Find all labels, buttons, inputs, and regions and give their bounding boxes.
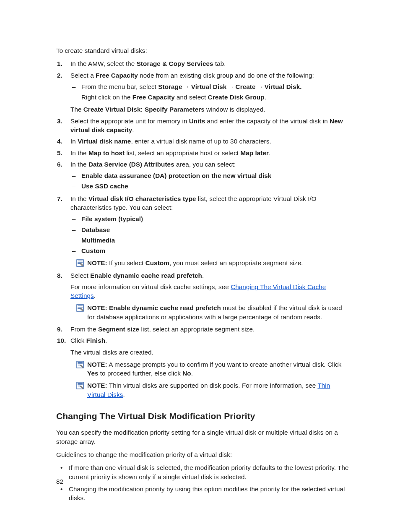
step-5: In the Map to host list, select an appro… xyxy=(69,149,350,157)
step-2-option-1: From the menu bar, select Storage→Virtua… xyxy=(80,82,350,91)
document-page: To create standard virtual disks: In the… xyxy=(0,0,400,532)
note-icon xyxy=(76,382,84,389)
step-7-option-2: Database xyxy=(80,225,350,234)
section2-p1: You can specify the modification priorit… xyxy=(56,428,350,446)
step-7-option-3: Multimedia xyxy=(80,236,350,245)
step-6-option-2: Use SSD cache xyxy=(80,182,350,190)
step-7: In the Virtual disk I/O characteristics … xyxy=(69,194,350,268)
arrow-icon: → xyxy=(226,83,235,90)
note-icon xyxy=(76,304,84,312)
step-6-option-1: Enable data assurance (DA) protection on… xyxy=(80,171,350,180)
step-1: In the AMW, select the Storage & Copy Se… xyxy=(69,59,350,68)
note-icon xyxy=(76,361,84,368)
section2-bullets: If more than one virtual disk is selecte… xyxy=(56,463,350,502)
step-7-option-4: Custom xyxy=(80,246,350,255)
step-10-line2: The virtual disks are created. xyxy=(70,348,350,357)
step-2-result: The Create Virtual Disk: Specify Paramet… xyxy=(70,105,350,114)
page-number: 82 xyxy=(56,477,63,486)
step-3: Select the appropriate unit for memory i… xyxy=(69,117,350,135)
step-9: From the Segment size list, select an ap… xyxy=(69,325,350,334)
step-10: Click Finish. The virtual disks are crea… xyxy=(69,336,350,399)
section2-p2: Guidelines to change the modification pr… xyxy=(56,450,350,459)
note-block: NOTE: Enable dynamic cache read prefetch… xyxy=(76,303,350,321)
ordered-steps: In the AMW, select the Storage & Copy Se… xyxy=(56,59,350,399)
step-7-option-1: File system (typical) xyxy=(80,214,350,223)
section2-bullet-1: If more than one virtual disk is selecte… xyxy=(69,463,350,481)
step-2-option-2: Right click on the Free Capacity and sel… xyxy=(80,93,350,102)
step-2-options: From the menu bar, select Storage→Virtua… xyxy=(70,82,350,102)
step-2: Select a Free Capacity node from an exis… xyxy=(69,71,350,114)
step-8: Select Enable dynamic cache read prefetc… xyxy=(69,271,350,321)
step-7-options: File system (typical) Database Multimedi… xyxy=(70,214,350,255)
step-8-line2: For more information on virtual disk cac… xyxy=(70,282,350,300)
arrow-icon: → xyxy=(182,83,191,90)
step-6: In the Data Service (DS) Attributes area… xyxy=(69,160,350,191)
section2-bullet-2: Changing the modification priority by us… xyxy=(69,485,350,503)
arrow-icon: → xyxy=(255,83,264,90)
step-4: In Virtual disk name, enter a virtual di… xyxy=(69,137,350,146)
note-block: NOTE: Thin virtual disks are supported o… xyxy=(76,381,350,399)
section-heading: Changing The Virtual Disk Modification P… xyxy=(56,410,350,422)
intro-paragraph: To create standard virtual disks: xyxy=(56,46,350,55)
step-6-options: Enable data assurance (DA) protection on… xyxy=(70,171,350,191)
note-icon xyxy=(76,259,84,267)
note-block: NOTE: If you select Custom, you must sel… xyxy=(76,258,350,267)
note-block: NOTE: A message prompts you to confirm i… xyxy=(76,360,350,378)
